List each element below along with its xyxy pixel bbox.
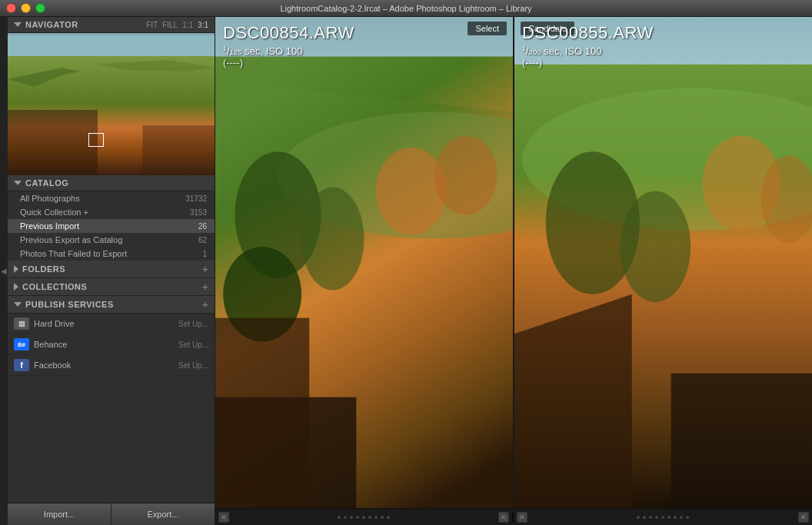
folders-header[interactable]: Folders + bbox=[8, 261, 215, 278]
filmstrip-right-dots bbox=[527, 516, 798, 519]
filmstrip-right-scroll-right[interactable]: ✕ bbox=[798, 512, 809, 523]
catalog-title: Catalog bbox=[25, 178, 68, 188]
service-row-harddrive[interactable]: ▤ Hard Drive Set Up... bbox=[8, 314, 215, 334]
maximize-button[interactable] bbox=[35, 3, 45, 13]
exposure-numerator-right: 1 bbox=[522, 45, 526, 52]
navigator-focus-rect bbox=[88, 133, 104, 147]
close-button[interactable] bbox=[6, 3, 16, 13]
catalog-previous-export-label: Previous Export as Catalog bbox=[20, 235, 122, 244]
catalog-failed-export-label: Photos That Failed to Export bbox=[20, 249, 127, 258]
sidebar: Navigator FIT FILL 1:1 3:1 bbox=[8, 17, 215, 525]
harddrive-icon: ▤ bbox=[14, 317, 29, 330]
svg-rect-5 bbox=[142, 125, 215, 175]
catalog-previous-import-count: 26 bbox=[198, 222, 207, 231]
fs-dot bbox=[362, 516, 365, 519]
publish-services-header[interactable]: Publish Services + bbox=[8, 296, 215, 314]
catalog-row-all-photographs[interactable]: All Photographs 31732 bbox=[8, 191, 215, 205]
collections-add-icon[interactable]: + bbox=[202, 281, 208, 292]
exposure-iso-right: ISO 100 bbox=[565, 45, 602, 57]
fs-dot bbox=[674, 516, 677, 519]
import-button[interactable]: Import... bbox=[8, 503, 111, 525]
behance-setup-button[interactable]: Set Up... bbox=[178, 341, 208, 349]
fs-dot bbox=[667, 516, 671, 519]
sidebar-bottom: Import... Export... bbox=[8, 503, 215, 525]
harddrive-setup-button[interactable]: Set Up... bbox=[178, 320, 208, 328]
photo-right-background bbox=[514, 17, 812, 508]
navigator-svg-overlay bbox=[8, 33, 215, 175]
fs-dot bbox=[643, 516, 646, 519]
collections-header[interactable]: Collections + bbox=[8, 278, 215, 296]
photo-panel-right[interactable]: Candidate DSC00855.ARW 1/200 sec, ISO 10… bbox=[514, 17, 812, 508]
publish-services-add-icon[interactable]: + bbox=[202, 299, 208, 310]
filmstrip-right-close[interactable]: ✕ bbox=[517, 512, 527, 523]
catalog-row-previous-import[interactable]: Previous Import 26 bbox=[8, 219, 215, 233]
fs-dot bbox=[655, 516, 658, 519]
behance-icon: Bē bbox=[14, 338, 29, 351]
sidebar-toggle[interactable]: ◀ bbox=[0, 17, 8, 525]
publish-services-collapse-icon bbox=[14, 302, 22, 307]
folders-add-icon[interactable]: + bbox=[202, 264, 208, 274]
filmstrip-left-close[interactable]: ✕ bbox=[218, 512, 229, 523]
filmstrip-left-scroll-right[interactable]: ✕ bbox=[498, 512, 509, 523]
catalog-previous-import-label: Previous Import bbox=[20, 221, 79, 231]
folders-title: Folders bbox=[22, 264, 65, 274]
minimize-button[interactable] bbox=[21, 3, 31, 13]
fs-dot bbox=[381, 516, 384, 519]
zoom-1-1[interactable]: 1:1 bbox=[182, 21, 193, 29]
facebook-setup-button[interactable]: Set Up... bbox=[178, 361, 208, 370]
catalog-collapse-icon bbox=[14, 181, 22, 185]
exposure-denominator-left: 125 bbox=[229, 48, 241, 56]
compare-view: DSC00854.ARW 1/125 sec, ISO 100 (----) S… bbox=[215, 17, 812, 508]
filmstrip-right: ✕ ✕ bbox=[514, 512, 812, 523]
svg-rect-0 bbox=[8, 33, 215, 56]
photo-right-svg bbox=[514, 17, 812, 508]
catalog-row-previous-export[interactable]: Previous Export as Catalog 62 bbox=[8, 233, 215, 247]
fs-dot bbox=[637, 516, 640, 519]
main-layout: ◀ Navigator FIT FILL 1:1 3:1 bbox=[0, 17, 812, 525]
exposure-iso-left: ISO 100 bbox=[266, 45, 303, 57]
photo-left-svg bbox=[215, 17, 513, 508]
svg-point-14 bbox=[434, 136, 497, 215]
service-row-facebook[interactable]: f Facebook Set Up... bbox=[8, 355, 215, 376]
fs-dot bbox=[649, 516, 652, 519]
collections-expand-icon bbox=[14, 283, 18, 291]
navigator-collapse-icon bbox=[14, 22, 22, 27]
filmstrip-left: ✕ ✕ bbox=[215, 512, 514, 523]
catalog-all-photos-count: 31732 bbox=[185, 194, 207, 203]
svg-point-11 bbox=[301, 188, 364, 291]
publish-services-section: Publish Services + ▤ Hard Drive Set Up..… bbox=[8, 296, 215, 376]
service-row-behance[interactable]: Bē Behance Set Up... bbox=[8, 334, 215, 355]
exposure-denominator-right: 200 bbox=[528, 48, 541, 56]
collections-section: Collections + bbox=[8, 278, 215, 296]
facebook-icon: f bbox=[14, 359, 29, 371]
window-controls[interactable] bbox=[6, 3, 45, 13]
svg-rect-16 bbox=[215, 318, 309, 508]
catalog-header[interactable]: Catalog bbox=[8, 175, 215, 191]
svg-rect-24 bbox=[671, 374, 812, 508]
navigator-title: Navigator bbox=[25, 20, 78, 29]
zoom-fit[interactable]: FIT bbox=[146, 21, 158, 29]
select-badge[interactable]: Select bbox=[468, 22, 507, 35]
export-button[interactable]: Export... bbox=[111, 503, 215, 525]
photo-panel-left[interactable]: DSC00854.ARW 1/125 sec, ISO 100 (----) S… bbox=[215, 17, 514, 508]
zoom-3-1[interactable]: 3:1 bbox=[198, 21, 208, 29]
photo-left-filename: DSC00854.ARW bbox=[223, 23, 354, 43]
catalog-all-photos-label: All Photographs bbox=[20, 194, 80, 203]
fs-dot bbox=[387, 516, 390, 519]
navigator-image bbox=[8, 33, 215, 175]
catalog-row-failed-export[interactable]: Photos That Failed to Export 1 bbox=[8, 247, 215, 261]
navigator-header[interactable]: Navigator FIT FILL 1:1 3:1 bbox=[8, 17, 215, 33]
catalog-row-quick-collection[interactable]: Quick Collection + 3153 bbox=[8, 205, 215, 219]
photo-left-label: DSC00854.ARW 1/125 sec, ISO 100 (----) bbox=[223, 23, 354, 68]
photo-right-exposure: 1/200 sec, ISO 100 bbox=[522, 45, 654, 57]
fs-dot bbox=[686, 516, 689, 519]
catalog-failed-export-count: 1 bbox=[202, 250, 207, 258]
photo-left-background bbox=[215, 17, 513, 508]
filmstrip-left-dots bbox=[229, 516, 498, 519]
photo-right-filename: DSC00855.ARW bbox=[522, 23, 654, 43]
window-title: LightroomCatalog-2-2.lrcat – Adobe Photo… bbox=[280, 4, 531, 13]
zoom-fill[interactable]: FILL bbox=[162, 21, 178, 29]
left-arrow-icon: ◀ bbox=[1, 267, 7, 275]
catalog-previous-export-count: 62 bbox=[198, 236, 207, 244]
navigator-preview[interactable] bbox=[8, 33, 215, 175]
